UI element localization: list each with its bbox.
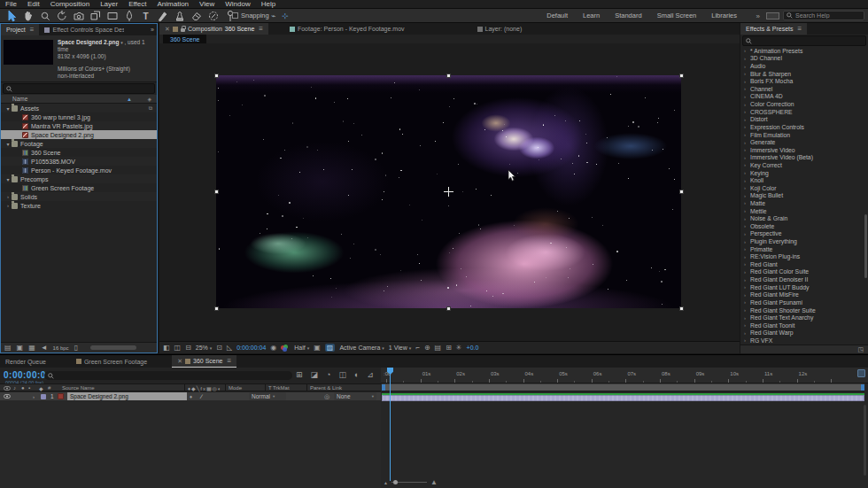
menu-layer[interactable]: Layer <box>95 0 123 9</box>
effects-category-primatte[interactable]: ›Primatte <box>740 245 868 253</box>
timeline-track-area[interactable]: :0001s02s03s04s05s06s07s08s09s10s11s12s … <box>381 368 868 488</box>
camera-dropdown[interactable]: Active Camera▾ <box>339 345 384 351</box>
twisty-icon[interactable]: › <box>744 292 750 298</box>
fast-previews-icon[interactable]: ⊕ <box>424 344 430 352</box>
effects-search-input[interactable] <box>755 38 863 44</box>
twisty-icon[interactable]: › <box>744 185 750 190</box>
camera-tool[interactable] <box>70 10 87 22</box>
twisty-icon[interactable]: › <box>744 193 750 198</box>
effects-category-red-giant-psunami[interactable]: ›Red Giant Psunami <box>740 298 868 306</box>
work-area-end-handle[interactable] <box>861 384 864 391</box>
effects-category-red-giant-misfire[interactable]: ›Red Giant MisFire <box>740 291 868 299</box>
draft-3d-icon[interactable]: ◪ <box>311 370 319 379</box>
effects-category-perspective[interactable]: ›Perspective <box>740 230 868 238</box>
network-icon[interactable]: ⧉ <box>149 105 152 112</box>
workspace-bar-icon[interactable] <box>766 12 779 19</box>
type-tool[interactable]: T <box>137 10 154 22</box>
menu-help[interactable]: Help <box>256 0 281 9</box>
layer-duration-bar[interactable] <box>382 393 864 401</box>
motion-blur-icon[interactable]: ◐ <box>354 370 359 379</box>
panel-menu-icon[interactable]: ≡ <box>228 357 232 365</box>
project-item-green-screen-footage[interactable]: Green Screen Footage <box>1 183 157 192</box>
twisty-icon[interactable]: › <box>4 194 12 199</box>
effects-category-mettle[interactable]: ›Mettle <box>740 207 868 215</box>
twisty-icon[interactable]: › <box>744 117 750 122</box>
effects-category-channel[interactable]: ›Channel <box>740 85 868 93</box>
project-horizontal-scrollbar[interactable] <box>90 345 136 350</box>
snap-scale-icon[interactable]: ⌁ <box>271 12 275 20</box>
timeline-search-box[interactable] <box>44 371 292 380</box>
zoom-tool[interactable] <box>36 10 53 22</box>
new-animation-preset-icon[interactable]: ◳ <box>857 346 864 353</box>
work-area-bar[interactable] <box>382 383 864 391</box>
menu-window[interactable]: Window <box>220 0 255 9</box>
comp-marker-bin[interactable] <box>857 369 865 377</box>
time-ruler[interactable]: :0001s02s03s04s05s06s07s08s09s10s11s12s <box>381 368 868 383</box>
twisty-icon[interactable]: › <box>744 140 750 145</box>
twisty-icon[interactable]: › <box>744 231 750 236</box>
twisty-icon[interactable]: › <box>744 269 750 275</box>
twisty-icon[interactable]: ▾ <box>4 141 12 147</box>
number-column-header[interactable]: # <box>48 385 50 391</box>
effects-category-immersive-video[interactable]: ›Immersive Video <box>740 146 868 154</box>
twisty-icon[interactable]: › <box>744 337 750 343</box>
parent-link-column-header[interactable]: Parent & Link <box>310 385 342 391</box>
effects-category-red-giant-warp[interactable]: ›Red Giant Warp <box>740 329 868 337</box>
effects-category-noise-grain[interactable]: ›Noise & Grain <box>740 214 868 222</box>
effects-category-re-vision-plug-ins[interactable]: ›RE:Vision Plug-ins <box>740 252 868 260</box>
twisty-icon[interactable]: › <box>744 200 750 205</box>
effects-search-box[interactable] <box>742 35 866 46</box>
panel-menu-icon[interactable]: ≡ <box>798 25 802 33</box>
effects-category-key-correct[interactable]: ›Key Correct <box>740 161 868 169</box>
zoom-slider[interactable] <box>391 482 427 483</box>
effects-category-koji-color[interactable]: ›Koji Color <box>740 184 868 192</box>
tab-green-screen-footage[interactable]: Green Screen Footage <box>71 355 152 368</box>
project-item-person-keyed-footage-mov[interactable]: Person - Keyed Footage.mov <box>1 166 157 174</box>
project-item-assets[interactable]: ▾Assets⧉ <box>1 104 157 112</box>
selection-handle[interactable] <box>446 306 451 311</box>
layer-blend-mode-dropdown[interactable]: Normal▾ <box>249 392 286 400</box>
twisty-icon[interactable]: › <box>744 64 750 69</box>
twisty-icon[interactable]: ▾ <box>4 105 12 112</box>
flowchart-icon[interactable]: ⊞ <box>446 344 452 352</box>
snapping-checkbox[interactable] <box>232 12 238 19</box>
effects-category--animation-presets[interactable]: ›* Animation Presets <box>740 47 868 55</box>
twisty-icon[interactable]: › <box>744 132 750 137</box>
twisty-icon[interactable]: › <box>744 277 750 283</box>
project-item-360-scene[interactable]: 360 Scene <box>1 148 157 157</box>
selection-handle[interactable] <box>214 74 219 78</box>
pen-tool[interactable] <box>120 10 137 22</box>
composition-viewport[interactable] <box>159 43 740 341</box>
project-bpc-button[interactable]: 16 bpc <box>53 345 69 351</box>
twisty-icon[interactable]: › <box>744 299 750 305</box>
effects-category-3d-channel[interactable]: ›3D Channel <box>740 55 868 63</box>
effects-category-generate[interactable]: ›Generate <box>740 138 868 146</box>
tab-composition[interactable]: ✕ Composition 360 Scene ≡ <box>159 23 268 35</box>
project-list-header[interactable]: Name ▲ ◈ <box>1 95 157 104</box>
region-of-interest-icon[interactable]: ▣ <box>314 344 321 352</box>
adjust-icon[interactable]: ◄ <box>41 344 48 352</box>
rotation-tool[interactable] <box>53 10 70 22</box>
resolution-dropdown[interactable]: Half▾ <box>294 345 309 351</box>
project-item-p1055385-mov[interactable]: P1055385.MOV <box>1 157 157 166</box>
brush-tool[interactable] <box>154 10 171 22</box>
project-search-input[interactable] <box>15 86 151 92</box>
effects-category-audio[interactable]: ›Audio <box>740 62 868 70</box>
twisty-icon[interactable]: › <box>744 124 750 129</box>
help-search-input[interactable] <box>795 12 857 19</box>
twisty-icon[interactable]: › <box>744 261 750 267</box>
hand-tool[interactable] <box>19 10 36 22</box>
twisty-icon[interactable]: › <box>744 147 750 152</box>
twisty-icon[interactable]: › <box>744 330 750 336</box>
effects-category-film-emulation[interactable]: ›Film Emulation <box>740 131 868 139</box>
tab-project[interactable]: Project ≡ <box>1 24 39 35</box>
project-item-space-designed-2-png[interactable]: Space Designed 2.png <box>1 130 157 139</box>
effects-category-immersive-video-beta-[interactable]: ›Immersive Video (Beta) <box>740 154 868 162</box>
layer-row[interactable]: › 1 Space Designed 2.png ♦ ∕ Normal▾ ◎ N… <box>0 392 381 400</box>
menu-composition[interactable]: Composition <box>45 0 95 9</box>
playhead[interactable] <box>390 368 391 481</box>
snapshot-icon[interactable]: ◉ <box>270 344 276 352</box>
clone-stamp-tool[interactable] <box>171 10 188 22</box>
effects-category-matte[interactable]: ›Matte <box>740 199 868 207</box>
effects-category-expression-controls[interactable]: ›Expression Controls <box>740 123 868 131</box>
